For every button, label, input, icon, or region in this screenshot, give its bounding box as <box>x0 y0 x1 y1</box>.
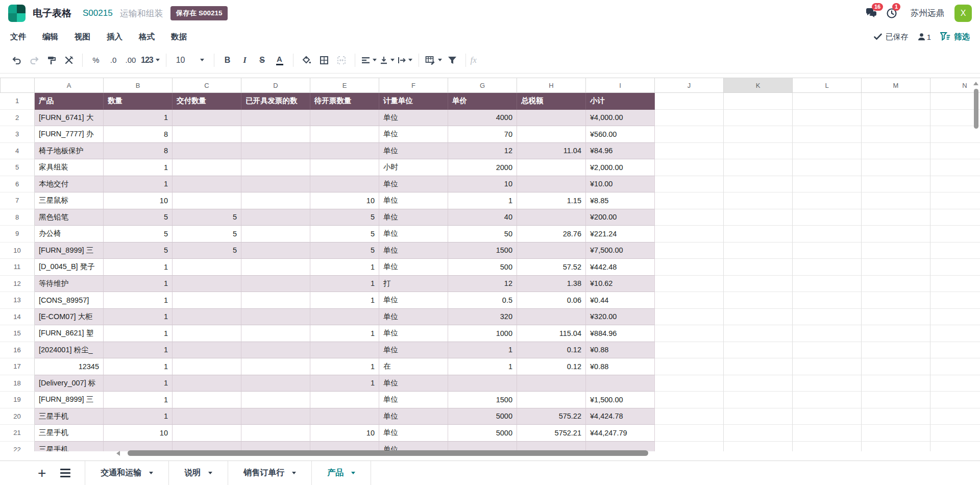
cell-H14[interactable] <box>517 309 586 326</box>
doc-reference-link[interactable]: S00215 <box>83 8 113 18</box>
cell-E9[interactable]: 5 <box>310 226 379 243</box>
menu-insert[interactable]: 插入 <box>107 32 122 41</box>
cell-B6[interactable]: 1 <box>104 176 173 193</box>
cell-N18[interactable] <box>930 375 980 392</box>
cell-F18[interactable]: 单位 <box>379 375 448 392</box>
cell-B8[interactable]: 5 <box>104 209 173 226</box>
cell-H9[interactable]: 28.76 <box>517 226 586 243</box>
clear-format-button[interactable] <box>62 53 76 68</box>
cell-E11[interactable]: 1 <box>310 259 379 276</box>
row-header-20[interactable]: 20 <box>0 408 35 425</box>
cell-C1[interactable]: 交付数量 <box>173 93 241 110</box>
cell-G3[interactable]: 70 <box>448 126 517 143</box>
cell-F21[interactable]: 单位 <box>379 425 448 442</box>
cell-L17[interactable] <box>793 358 862 375</box>
row-header-8[interactable]: 8 <box>0 209 35 226</box>
cell-C19[interactable] <box>173 392 241 408</box>
cell-H17[interactable]: 0.12 <box>517 358 586 375</box>
cell-E18[interactable]: 1 <box>310 375 379 392</box>
cell-L11[interactable] <box>793 259 862 276</box>
activities-button[interactable]: 1 <box>885 7 898 19</box>
cell-N12[interactable] <box>930 276 980 293</box>
cell-M2[interactable] <box>862 110 930 127</box>
italic-button[interactable]: I <box>238 53 252 68</box>
cell-E4[interactable] <box>310 143 379 160</box>
cell-E2[interactable] <box>310 110 379 127</box>
cell-J9[interactable] <box>655 226 724 243</box>
cell-F10[interactable]: 单位 <box>379 243 448 259</box>
column-header-F[interactable]: F <box>379 78 448 93</box>
cell-M15[interactable] <box>862 325 930 342</box>
column-header-C[interactable]: C <box>173 78 241 93</box>
cell-D11[interactable] <box>241 259 310 276</box>
cell-C18[interactable] <box>173 375 241 392</box>
cell-A4[interactable]: 椅子地板保护 <box>35 143 104 160</box>
cell-K18[interactable] <box>724 375 793 392</box>
cell-L10[interactable] <box>793 243 862 259</box>
cell-H8[interactable] <box>517 209 586 226</box>
cell-N21[interactable] <box>930 425 980 442</box>
cell-N14[interactable] <box>930 309 980 326</box>
cell-G20[interactable]: 5000 <box>448 408 517 425</box>
cell-L20[interactable] <box>793 408 862 425</box>
cell-D19[interactable] <box>241 392 310 408</box>
cell-L12[interactable] <box>793 276 862 293</box>
cell-N8[interactable] <box>930 209 980 226</box>
column-header-D[interactable]: D <box>241 78 310 93</box>
row-header-2[interactable]: 2 <box>0 110 35 127</box>
cell-B20[interactable]: 1 <box>104 408 173 425</box>
cell-J10[interactable] <box>655 243 724 259</box>
cell-E3[interactable] <box>310 126 379 143</box>
cell-C20[interactable] <box>173 408 241 425</box>
cell-K15[interactable] <box>724 325 793 342</box>
cell-G21[interactable]: 5000 <box>448 425 517 442</box>
cell-I21[interactable]: ¥44,247.79 <box>586 425 655 442</box>
cell-A21[interactable]: 三星手机 <box>35 425 104 442</box>
grid-corner[interactable] <box>0 78 35 93</box>
cell-A3[interactable]: [FURN_7777] 办 <box>35 126 104 143</box>
vertical-scroll-thumb[interactable] <box>974 89 978 129</box>
cell-I1[interactable]: 小计 <box>586 93 655 110</box>
cell-F8[interactable]: 单位 <box>379 209 448 226</box>
row-header-12[interactable]: 12 <box>0 276 35 293</box>
cell-A20[interactable]: 三星手机 <box>35 408 104 425</box>
cell-I3[interactable]: ¥560.00 <box>586 126 655 143</box>
cell-B3[interactable]: 8 <box>104 126 173 143</box>
cell-E16[interactable] <box>310 342 379 359</box>
cell-D4[interactable] <box>241 143 310 160</box>
cell-H10[interactable] <box>517 243 586 259</box>
cell-F9[interactable]: 单位 <box>379 226 448 243</box>
cell-A1[interactable]: 产品 <box>35 93 104 110</box>
cell-J5[interactable] <box>655 159 724 176</box>
filter-button[interactable]: 筛选 <box>940 32 970 42</box>
cell-K6[interactable] <box>724 176 793 193</box>
cell-L15[interactable] <box>793 325 862 342</box>
cell-J14[interactable] <box>655 309 724 326</box>
menu-format[interactable]: 格式 <box>139 32 155 41</box>
cell-M11[interactable] <box>862 259 930 276</box>
cell-B10[interactable]: 5 <box>104 243 173 259</box>
vertical-scrollbar[interactable] <box>973 82 979 129</box>
cell-K11[interactable] <box>724 259 793 276</box>
cell-J7[interactable] <box>655 192 724 209</box>
cell-A6[interactable]: 本地交付 <box>35 176 104 193</box>
cell-D20[interactable] <box>241 408 310 425</box>
cell-A14[interactable]: [E-COM07] 大柜 <box>35 309 104 326</box>
cell-K10[interactable] <box>724 243 793 259</box>
cell-A18[interactable]: [Delivery_007] 标 <box>35 375 104 392</box>
row-header-11[interactable]: 11 <box>0 259 35 276</box>
cell-D6[interactable] <box>241 176 310 193</box>
cell-E7[interactable]: 10 <box>310 192 379 209</box>
cell-C13[interactable] <box>173 292 241 309</box>
decrease-decimal-button[interactable]: .0 <box>106 53 120 68</box>
cell-E6[interactable] <box>310 176 379 193</box>
cell-F14[interactable]: 单位 <box>379 309 448 326</box>
cell-J11[interactable] <box>655 259 724 276</box>
row-header-1[interactable]: 1 <box>0 93 35 110</box>
cell-C6[interactable] <box>173 176 241 193</box>
cell-D3[interactable] <box>241 126 310 143</box>
cell-N7[interactable] <box>930 192 980 209</box>
cell-K5[interactable] <box>724 159 793 176</box>
cell-H13[interactable]: 0.06 <box>517 292 586 309</box>
cell-B19[interactable]: 1 <box>104 392 173 408</box>
